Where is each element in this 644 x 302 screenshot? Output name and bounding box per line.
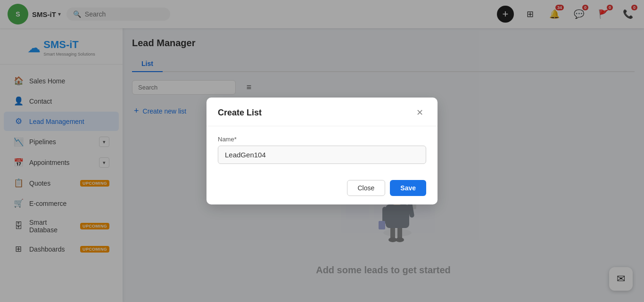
modal-save-btn[interactable]: Save xyxy=(390,180,426,196)
create-list-modal: Create List ✕ Name* Close Save xyxy=(206,98,438,204)
modal-header: Create List ✕ xyxy=(206,98,438,126)
modal-close-btn[interactable]: Close xyxy=(347,180,386,196)
modal-footer: Close Save xyxy=(206,173,438,204)
modal-close-button[interactable]: ✕ xyxy=(413,106,426,119)
name-field-label: Name* xyxy=(218,136,426,143)
modal-overlay[interactable]: Create List ✕ Name* Close Save xyxy=(0,0,644,302)
name-field-input[interactable] xyxy=(218,146,426,164)
close-icon: ✕ xyxy=(416,107,423,118)
modal-body: Name* xyxy=(206,126,438,173)
modal-title: Create List xyxy=(218,108,262,118)
